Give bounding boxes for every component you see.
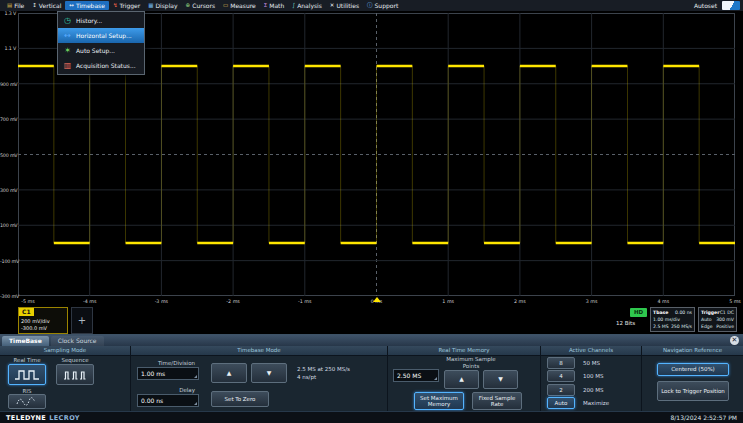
menu-bar-right: Autoset xyxy=(694,1,740,10)
menu-item-file[interactable]: ▤File xyxy=(3,1,28,10)
down-arrow-icon: ▼ xyxy=(498,376,503,383)
measure-icon: ▭ xyxy=(223,3,228,9)
time-division-label: Time/Division xyxy=(133,360,195,366)
c1-label: C1 xyxy=(19,308,34,316)
lock-to-trigger-button[interactable]: Lock to Trigger Position xyxy=(657,381,729,401)
menu-item-analysis[interactable]: ∫Analysis xyxy=(288,1,326,10)
centered-button[interactable]: Centered (50%) xyxy=(657,363,729,376)
plus-icon: + xyxy=(78,315,86,326)
max-sample-points-field[interactable]: 2.50 MS xyxy=(393,369,439,382)
trigger-mode: Auto xyxy=(701,316,712,323)
sampling-info-line2: 4 ns/pt xyxy=(297,373,350,381)
active-channels-row: 850 MS xyxy=(547,357,637,369)
menu-item-label: Trigger xyxy=(120,2,141,9)
timebase-scale: 1.00 ms/div xyxy=(653,316,680,323)
c1-offset: -300.0 mV xyxy=(21,325,47,331)
menu-item-support[interactable]: ⓘSupport xyxy=(363,1,402,10)
status-bar: TELEDYNE LECROY 8/13/2024 2:52:57 PM xyxy=(0,411,743,423)
lecroy-logo xyxy=(722,1,740,10)
analysis-icon: ∫ xyxy=(292,3,295,9)
close-icon[interactable]: ✕ xyxy=(730,336,739,345)
menu-item-display[interactable]: ▦Display xyxy=(144,1,181,10)
menu-option-history[interactable]: ◷History... xyxy=(58,13,144,28)
menu-item-label: Measure xyxy=(230,2,256,9)
realtime-button[interactable] xyxy=(8,364,46,385)
channels-option-label: 200 MS xyxy=(583,387,603,393)
menu-item-timebase[interactable]: ↔Timebase xyxy=(65,1,109,10)
memory-increase-button[interactable]: ▲ xyxy=(444,370,479,389)
menu-item-trigger[interactable]: ↯Trigger xyxy=(109,1,144,10)
menu-bar: ▤File↕Vertical↔Timebase↯Trigger▦Display⊕… xyxy=(0,0,743,11)
delay-label: Delay xyxy=(133,387,195,393)
ris-button[interactable] xyxy=(8,394,46,409)
menu-item-label: Support xyxy=(375,2,399,9)
square-wave-icon xyxy=(14,369,40,381)
menu-item-utilities[interactable]: ✕Utilities xyxy=(326,1,363,10)
timebase-icon: ↔ xyxy=(69,3,74,9)
ris-icon xyxy=(16,396,38,407)
datetime-label: 8/13/2024 2:52:57 PM xyxy=(670,414,737,421)
menu-option-horizontal-setup[interactable]: ↔Horizontal Setup... xyxy=(58,28,144,43)
time-division-field[interactable]: 1.00 ms xyxy=(137,367,199,380)
menu-item-measure[interactable]: ▭Measure xyxy=(219,1,260,10)
support-icon: ⓘ xyxy=(367,3,373,9)
menu-option-label: Auto Setup... xyxy=(76,47,115,54)
channels-option-label: Maximize xyxy=(583,400,609,406)
trigger-label: Trigger xyxy=(701,309,719,316)
math-icon: Σ xyxy=(264,3,267,9)
horizontal-setup-icon: ↔ xyxy=(63,32,72,40)
menu-item-label: Utilities xyxy=(336,2,359,9)
fixed-sample-rate-button[interactable]: Fixed Sample Rate xyxy=(472,392,522,410)
sequence-icon xyxy=(63,369,87,381)
menu-item-label: Timebase xyxy=(76,2,105,9)
section-navigation-reference: Navigation Reference Centered (50%) Lock… xyxy=(642,346,743,411)
trigger-level: 300 mV xyxy=(716,316,734,323)
trigger-descriptor[interactable]: TriggerC1 DC Auto300 mV EdgePositive xyxy=(698,307,737,332)
channel-c1-descriptor[interactable]: C1 200 mV/div -300.0 mV xyxy=(18,307,68,334)
tab-clock-source[interactable]: Clock Source xyxy=(51,336,104,346)
menu-option-auto-setup[interactable]: ✶Auto Setup... xyxy=(58,43,144,58)
memory-decrease-button[interactable]: ▼ xyxy=(483,370,518,389)
menu-item-cursors[interactable]: ⊕Cursors xyxy=(182,1,219,10)
set-maximum-memory-button[interactable]: Set Maximum Memory xyxy=(414,392,464,410)
max-sample-points-label: Maximum Sample Points xyxy=(442,356,500,369)
menu-item-vertical[interactable]: ↕Vertical xyxy=(28,1,65,10)
trigger-position-marker[interactable] xyxy=(373,297,381,302)
timebase-dialog: TimeBase Clock Source ✕ Sampling Mode Re… xyxy=(0,334,743,411)
trigger-slope: Positive xyxy=(716,323,734,330)
trigger-type: Edge xyxy=(701,323,713,330)
up-arrow-icon: ▲ xyxy=(227,370,232,377)
add-trace-button[interactable]: + xyxy=(71,307,93,334)
active-channels-row: 2200 MS xyxy=(547,384,637,396)
menu-item-math[interactable]: ΣMath xyxy=(260,1,289,10)
time-division-decrease-button[interactable]: ▼ xyxy=(251,363,287,383)
menu-option-acquisition-status[interactable]: ▥Acquisition Status... xyxy=(58,58,144,73)
timebase-descriptor[interactable]: Tbase0.00 ns 1.00 ms/div 2.5 MS250 MS/s xyxy=(650,307,695,332)
section-active-channels: Active Channels 850 MS4100 MS2200 MSAuto… xyxy=(541,346,642,411)
utilities-icon: ✕ xyxy=(330,3,335,9)
timebase-dropdown-menu: ◷History...↔Horizontal Setup...✶Auto Set… xyxy=(57,11,145,75)
set-to-zero-button[interactable]: Set To Zero xyxy=(211,391,269,407)
autoset-button[interactable]: Autoset xyxy=(694,2,717,9)
dialog-tabstrip: TimeBase Clock Source ✕ xyxy=(0,335,743,346)
menu-items: ▤File↕Vertical↔Timebase↯Trigger▦Display⊕… xyxy=(3,0,402,11)
brand-teledyne: TELEDYNE xyxy=(6,414,46,422)
sequence-button[interactable] xyxy=(56,364,94,385)
tab-timebase[interactable]: TimeBase xyxy=(2,336,49,346)
timebase-label: Tbase xyxy=(653,309,668,316)
timebase-rate: 250 MS/s xyxy=(671,323,692,330)
down-arrow-icon: ▼ xyxy=(267,370,272,377)
time-division-increase-button[interactable]: ▲ xyxy=(211,363,247,383)
descriptor-row: C1 200 mV/div -300.0 mV + HD 12 Bits Tba… xyxy=(0,306,743,334)
active-channels-row: 4100 MS xyxy=(547,370,637,382)
delay-field[interactable]: 0.00 ns xyxy=(137,394,199,407)
menu-item-label: Display xyxy=(155,2,177,9)
file-icon: ▤ xyxy=(7,3,12,9)
channels-auto-button[interactable]: Auto xyxy=(547,397,575,409)
active-channels-rows: 850 MS4100 MS2200 MSAutoMaximize xyxy=(547,356,637,410)
channels-4-button[interactable]: 4 xyxy=(547,370,575,382)
channels-8-button[interactable]: 8 xyxy=(547,357,575,369)
section-timebase-mode: Timebase Mode Time/Division 1.00 ms ▲ ▼ … xyxy=(131,346,388,411)
realtime-label: Real Time xyxy=(5,357,49,363)
channels-2-button[interactable]: 2 xyxy=(547,384,575,396)
